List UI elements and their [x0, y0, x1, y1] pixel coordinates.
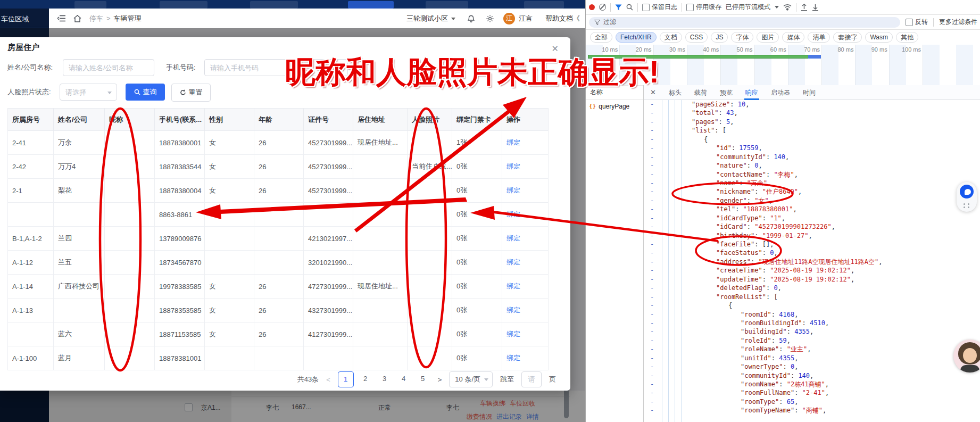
table-row: 蓝六18871153585女264127301999...0张绑定 — [8, 322, 549, 346]
table-cell — [408, 203, 452, 227]
page-button-2[interactable]: 2 — [358, 371, 373, 386]
filter-chip-JS[interactable]: JS — [711, 32, 728, 43]
filter-chip-图片[interactable]: 图片 — [757, 32, 779, 43]
community-selector[interactable]: 三轮测试小区 — [406, 14, 448, 23]
reset-button[interactable]: 重置 — [171, 84, 211, 102]
network-filter-input[interactable]: 过滤 — [589, 17, 900, 28]
page-button-4[interactable]: 4 — [396, 371, 411, 386]
json-line: -"roomFullName": "2-41", — [644, 388, 980, 397]
clear-network-log-icon[interactable] — [599, 4, 606, 11]
table-header-昵称: 昵称 — [105, 109, 155, 131]
network-overview-timeline[interactable]: 10 ms20 ms30 ms40 ms50 ms60 ms70 ms80 ms… — [586, 45, 980, 86]
filter-chip-Wasm[interactable]: Wasm — [865, 32, 893, 43]
table-cell: 女 — [205, 275, 254, 299]
more-filters-button[interactable]: 更多过滤条件 — [939, 18, 977, 27]
bind-link[interactable]: 绑定 — [506, 162, 520, 170]
export-har-icon[interactable] — [812, 4, 819, 11]
table-cell: 18878383544 — [155, 155, 205, 179]
table-cell — [205, 203, 254, 227]
detail-tab-标头[interactable]: 标头 — [669, 85, 682, 100]
sidebar-item-parking-area[interactable]: 车位区域 — [1, 14, 29, 24]
breadcrumb-section[interactable]: 停车 — [89, 14, 103, 23]
preserve-log-checkbox[interactable]: 保留日志 — [642, 3, 677, 12]
bind-link[interactable]: 绑定 — [506, 306, 520, 314]
detail-tab-启动器[interactable]: 启动器 — [771, 85, 790, 100]
table-cell: 0张 — [452, 322, 502, 346]
filter-chip-CSS[interactable]: CSS — [685, 32, 708, 43]
table-cell: 0张 — [452, 203, 502, 227]
table-cell — [254, 203, 304, 227]
nav-menu-fragment — [74, 1, 106, 9]
devtools-toolbar: 保留日志 停用缓存 已停用节流模式 — [586, 0, 980, 15]
request-detail-tabs: ✕ 标头载荷预览响应启动器时间 — [644, 85, 980, 100]
json-line: -"updateTime": "2025-08-19 19:02:12", — [644, 275, 980, 284]
user-avatar[interactable]: 江 — [503, 13, 515, 24]
search-button[interactable]: 查询 — [126, 84, 165, 101]
json-line: -"roomName": "2栋41商铺", — [644, 380, 980, 388]
search-network-icon[interactable] — [626, 4, 633, 11]
bind-link[interactable]: 绑定 — [506, 354, 520, 362]
bind-link[interactable]: 绑定 — [506, 186, 520, 194]
username-label[interactable]: 江言 — [519, 14, 533, 23]
request-list-header[interactable]: 名称 — [586, 85, 643, 100]
detail-tab-载荷[interactable]: 载荷 — [694, 85, 707, 100]
phone-filter-input[interactable]: 请输入手机号码 — [204, 59, 348, 76]
detail-tab-时间[interactable]: 时间 — [803, 85, 816, 100]
detail-tab-预览[interactable]: 预览 — [720, 85, 733, 100]
json-line: -"nature": 0, — [644, 161, 980, 170]
filter-chip-媒体[interactable]: 媒体 — [782, 32, 804, 43]
bind-link[interactable]: 绑定 — [506, 282, 520, 290]
jump-page-input[interactable]: 请 — [521, 371, 542, 387]
help-docs-link[interactable]: 帮助文档《 — [545, 14, 580, 23]
network-conditions-icon[interactable] — [783, 4, 792, 11]
extension-logo-icon[interactable] — [960, 185, 974, 198]
close-detail-icon[interactable]: ✕ — [650, 88, 656, 96]
table-header-居住地址: 居住地址 — [353, 109, 408, 131]
bind-link[interactable]: 绑定 — [506, 234, 520, 242]
chevron-down-icon — [484, 378, 488, 381]
table-cell: 2-41 — [8, 131, 54, 155]
filter-chip-字体[interactable]: 字体 — [731, 32, 753, 43]
page-size-select[interactable]: 10 条/页 — [449, 371, 493, 387]
response-json-pane[interactable]: -"pageSize": 10,-"total": 43,-"pages": 5… — [644, 100, 980, 422]
settings-gear-icon[interactable] — [485, 14, 495, 23]
filter-chip-套接字[interactable]: 套接字 — [833, 32, 862, 43]
filter-chip-其他[interactable]: 其他 — [896, 32, 918, 43]
collapse-sidebar-icon[interactable] — [56, 14, 66, 23]
filter-chip-Fetch/XHR[interactable]: Fetch/XHR — [616, 32, 657, 43]
json-line: -"pages": 5, — [644, 118, 980, 126]
invert-filter-checkbox[interactable]: 反转 — [906, 18, 928, 27]
filter-chip-清单[interactable]: 清单 — [808, 32, 830, 43]
next-page-button[interactable]: > — [438, 376, 442, 384]
table-cell — [353, 227, 408, 251]
filter-chip-文档[interactable]: 文档 — [660, 32, 682, 43]
prev-page-button[interactable]: < — [326, 376, 330, 384]
import-har-icon[interactable] — [801, 4, 808, 11]
json-line: -"address": "现居住地址11路A空现居住地址11路A空", — [644, 258, 980, 266]
table-cell: 0张 — [452, 155, 502, 179]
face-status-select[interactable]: 请选择 — [60, 84, 117, 101]
json-line: -"faceFile": [], — [644, 240, 980, 249]
record-network-log-icon[interactable] — [589, 4, 595, 10]
disable-cache-checkbox[interactable]: 停用缓存 — [686, 3, 721, 12]
filter-funnel-icon[interactable] — [615, 4, 622, 11]
page-button-1[interactable]: 1 — [338, 371, 354, 387]
page-button-3[interactable]: 3 — [377, 371, 392, 386]
bind-link[interactable]: 绑定 — [506, 210, 520, 218]
bind-link[interactable]: 绑定 — [506, 258, 520, 266]
bind-link[interactable]: 绑定 — [506, 330, 520, 338]
page-button-5[interactable]: 5 — [416, 371, 430, 386]
table-cell: 0张 — [452, 179, 502, 203]
throttling-select[interactable]: 已停用节流模式 — [726, 3, 770, 12]
filter-chip-全部[interactable]: 全部 — [590, 32, 612, 43]
browser-extension-pill[interactable] — [957, 182, 977, 212]
home-icon[interactable] — [72, 14, 82, 23]
table-row: A-1-14广西科技公司19978383585女264727301999...现… — [8, 275, 549, 299]
request-row-querypage[interactable]: {} queryPage — [586, 100, 643, 112]
notification-bell-icon[interactable] — [466, 14, 476, 23]
close-icon[interactable]: ✕ — [552, 44, 559, 54]
bind-link[interactable]: 绑定 — [506, 138, 520, 146]
table-cell — [408, 299, 452, 322]
name-filter-input[interactable]: 请输入姓名/公司名称 — [63, 59, 154, 76]
detail-tab-响应[interactable]: 响应 — [745, 85, 758, 100]
